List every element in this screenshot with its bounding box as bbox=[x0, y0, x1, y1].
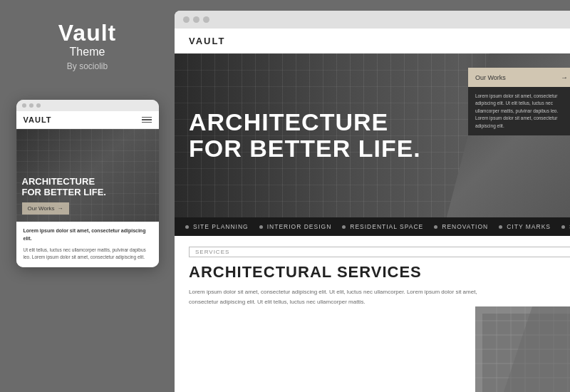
nav-strip-label: RENOVATION bbox=[442, 223, 488, 230]
our-works-text: Lorem ipsum dolor sit amet, consectetur … bbox=[475, 93, 568, 130]
our-works-body: Lorem ipsum dolor sit amet, consectetur … bbox=[468, 87, 570, 135]
mobile-nav-brand: VAULT bbox=[24, 115, 52, 124]
nav-dot-icon bbox=[434, 225, 437, 229]
nav-dot-icon bbox=[259, 225, 263, 229]
our-works-header[interactable]: Our Works → bbox=[468, 68, 570, 87]
mobile-dot-2 bbox=[29, 103, 33, 108]
mobile-hero-title-line2: FOR BETTER LIFE. bbox=[22, 187, 106, 198]
nav-strip-item-interior-design[interactable]: INTERIOR DESIGN bbox=[259, 223, 332, 230]
mobile-nav: VAULT bbox=[16, 111, 159, 129]
desktop-dot-3 bbox=[203, 16, 209, 23]
nav-strip-label: RESIDENTIAL SPACE bbox=[350, 223, 423, 230]
building-image bbox=[475, 306, 570, 392]
nav-strip-item-residential-space[interactable]: RESIDENTIAL SPACE bbox=[342, 223, 423, 230]
nav-strip-label: SITE PLANNING bbox=[193, 223, 249, 230]
our-works-label: Our Works bbox=[475, 74, 506, 81]
desktop-dot-2 bbox=[193, 16, 200, 23]
nav-strip-item-city-marks[interactable]: CITY MARKS bbox=[499, 223, 551, 230]
services-title: ARCHITECTURAL SERVICES bbox=[189, 263, 570, 282]
right-panel: VAULT ARCHITECTURE FOR BETTER LIFE. Ou bbox=[175, 0, 570, 392]
nav-strip-item-renovation[interactable]: RENOVATION bbox=[434, 223, 488, 230]
nav-strip-item-site-planning[interactable]: SITE PLANNING bbox=[185, 223, 249, 230]
mobile-lorem-bold: Lorem ipsum dolor sit amet, consectetur … bbox=[24, 227, 152, 242]
desktop-nav: VAULT bbox=[175, 29, 570, 53]
mobile-dot-1 bbox=[22, 103, 26, 108]
nav-strip-label: CITY MARKS bbox=[507, 223, 551, 230]
nav-dot-icon bbox=[499, 225, 502, 229]
mobile-our-works-label: Our Works bbox=[28, 205, 55, 212]
our-works-card: Our Works → Lorem ipsum dolor sit amet, … bbox=[468, 68, 570, 135]
nav-strip: SITE PLANNING INTERIOR DESIGN RESIDENTIA… bbox=[175, 217, 570, 236]
left-panel: Vault Theme By sociolib VAULT ARCHITECTU… bbox=[0, 0, 175, 392]
mobile-browser-bar bbox=[16, 100, 159, 111]
desktop-dot-1 bbox=[183, 16, 190, 23]
our-works-arrow: → bbox=[561, 73, 568, 81]
desktop-hero-text: ARCHITECTURE FOR BETTER LIFE. bbox=[189, 109, 421, 163]
nav-strip-item-more[interactable]: ST bbox=[561, 223, 570, 230]
mobile-hero-title-line1: ARCHITECTURE bbox=[22, 176, 106, 187]
desktop-content: VAULT ARCHITECTURE FOR BETTER LIFE. Ou bbox=[175, 29, 570, 392]
building-svg bbox=[475, 306, 570, 392]
mobile-our-works-button[interactable]: Our Works → bbox=[22, 202, 69, 215]
nav-strip-label: INTERIOR DESIGN bbox=[267, 223, 332, 230]
desktop-hero-title-line1: ARCHITECTURE bbox=[189, 109, 421, 135]
mobile-mockup: VAULT ARCHITECTURE FOR BETTER LIFE. Our … bbox=[16, 100, 159, 267]
mobile-dot-3 bbox=[36, 103, 41, 108]
mobile-hero: ARCHITECTURE FOR BETTER LIFE. Our Works … bbox=[16, 129, 159, 222]
brand-subtitle: Theme bbox=[58, 46, 116, 58]
brand-title: Vault bbox=[58, 21, 116, 44]
desktop-nav-brand: VAULT bbox=[189, 36, 225, 46]
desktop-browser: VAULT ARCHITECTURE FOR BETTER LIFE. Ou bbox=[175, 11, 570, 392]
services-badge: SERVICES bbox=[189, 247, 570, 257]
services-section: SERVICES ARCHITECTURAL SERVICES Lorem ip… bbox=[175, 236, 570, 392]
mobile-lorem: Ut elit tellus, luctus nec ullamcorper m… bbox=[24, 247, 152, 262]
brand-author: By sociolib bbox=[58, 61, 116, 71]
mobile-hamburger-icon[interactable] bbox=[142, 117, 152, 123]
desktop-browser-bar bbox=[175, 11, 570, 29]
mobile-hero-text: ARCHITECTURE FOR BETTER LIFE. Our Works … bbox=[22, 176, 106, 215]
nav-dot-icon bbox=[342, 225, 346, 229]
desktop-hero-title-line2: FOR BETTER LIFE. bbox=[189, 135, 421, 162]
nav-dot-icon bbox=[185, 225, 189, 229]
desktop-hero: ARCHITECTURE FOR BETTER LIFE. Our Works … bbox=[175, 53, 570, 217]
brand-section: Vault Theme By sociolib bbox=[58, 21, 116, 71]
nav-dot-icon bbox=[561, 225, 565, 229]
services-description: Lorem ipsum dolor sit amet, consectetur … bbox=[189, 287, 495, 306]
mobile-our-works-arrow: → bbox=[58, 205, 63, 212]
mobile-content: Lorem ipsum dolor sit amet, consectetur … bbox=[16, 222, 159, 267]
